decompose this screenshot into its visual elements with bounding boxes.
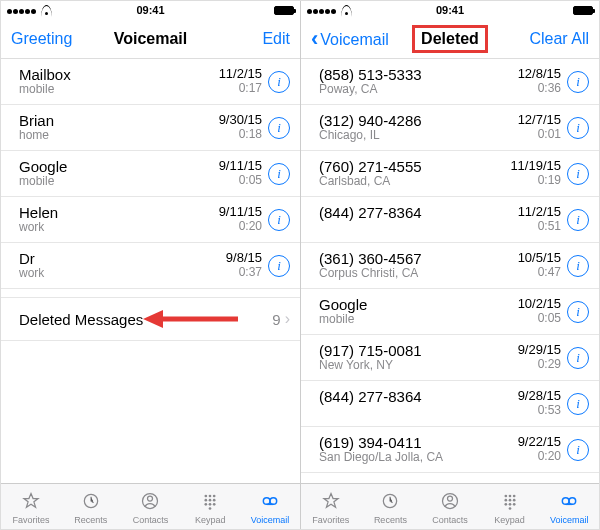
- deleted-label: Deleted Messages: [19, 311, 143, 328]
- row-name: (619) 394-0411: [319, 434, 518, 451]
- row-sub: Carlsbad, CA: [319, 175, 510, 189]
- voicemail-row[interactable]: Brian home 9/30/15 0:18 i: [1, 105, 300, 151]
- row-name: (312) 940-4286: [319, 112, 518, 129]
- svg-point-29: [512, 503, 515, 506]
- info-icon[interactable]: i: [567, 301, 589, 323]
- svg-marker-1: [143, 310, 163, 328]
- row-name: (858) 513-5333: [319, 66, 518, 83]
- row-duration: 0:53: [518, 404, 561, 418]
- tab-keypad[interactable]: Keypad: [480, 484, 540, 530]
- row-name: Google: [319, 296, 518, 313]
- info-icon[interactable]: i: [268, 209, 290, 231]
- row-sub: home: [19, 129, 219, 143]
- voicemail-row[interactable]: (844) 277-8364 9/28/15 0:53 i: [301, 381, 599, 427]
- tab-label: Keypad: [195, 515, 226, 525]
- info-icon[interactable]: i: [567, 163, 589, 185]
- tab-favorites[interactable]: Favorites: [301, 484, 361, 530]
- tab-recents[interactable]: Recents: [361, 484, 421, 530]
- tab-contacts[interactable]: Contacts: [121, 484, 181, 530]
- row-date: 9/30/15: [219, 113, 262, 128]
- info-icon[interactable]: i: [567, 439, 589, 461]
- info-icon[interactable]: i: [268, 163, 290, 185]
- info-icon[interactable]: i: [567, 347, 589, 369]
- info-icon[interactable]: i: [567, 117, 589, 139]
- row-date: 10/2/15: [518, 297, 561, 312]
- voicemail-row[interactable]: (917) 715-0081 New York, NY 9/29/15 0:29…: [301, 335, 599, 381]
- tab-contacts[interactable]: Contacts: [420, 484, 480, 530]
- row-date: 12/7/15: [518, 113, 561, 128]
- svg-point-23: [512, 494, 515, 497]
- row-date: 9/22/15: [518, 435, 561, 450]
- voicemail-row[interactable]: (361) 360-4567 Corpus Christi, CA 10/5/1…: [301, 243, 599, 289]
- row-date: 11/2/15: [518, 205, 561, 220]
- row-duration: 0:29: [518, 358, 561, 372]
- wifi-icon: [40, 5, 53, 15]
- tab-recents[interactable]: Recents: [61, 484, 121, 530]
- back-button[interactable]: Voicemail: [311, 26, 389, 52]
- row-name: (844) 277-8364: [319, 388, 518, 405]
- voicemail-icon: [259, 491, 281, 513]
- row-sub: mobile: [19, 175, 219, 189]
- row-date: 9/11/15: [219, 205, 262, 220]
- tab-favorites[interactable]: Favorites: [1, 484, 61, 530]
- deleted-messages-row[interactable]: Deleted Messages 9 ›: [1, 297, 300, 341]
- greeting-button[interactable]: Greeting: [11, 30, 72, 48]
- voicemail-row[interactable]: (844) 277-8364 11/2/15 0:51 i: [301, 197, 599, 243]
- wifi-icon: [340, 5, 353, 15]
- info-icon[interactable]: i: [268, 117, 290, 139]
- info-icon[interactable]: i: [567, 209, 589, 231]
- svg-point-25: [508, 498, 511, 501]
- info-icon[interactable]: i: [268, 71, 290, 93]
- voicemail-row[interactable]: Google mobile 10/2/15 0:05 i: [301, 289, 599, 335]
- tab-label: Favorites: [12, 515, 49, 525]
- tab-voicemail[interactable]: Voicemail: [539, 484, 599, 530]
- voicemail-row[interactable]: (858) 513-5333 Poway, CA 12/8/15 0:36 i: [301, 59, 599, 105]
- row-duration: 0:20: [518, 450, 561, 464]
- voicemail-row[interactable]: Dr work 9/8/15 0:37 i: [1, 243, 300, 289]
- svg-point-31: [563, 497, 570, 504]
- info-icon[interactable]: i: [567, 255, 589, 277]
- voicemail-row[interactable]: (619) 394-0411 San Diego/La Jolla, CA 9/…: [301, 427, 599, 473]
- voicemail-icon: [558, 491, 580, 513]
- row-name: Dr: [19, 250, 226, 267]
- row-duration: 0:20: [219, 220, 262, 234]
- tab-keypad[interactable]: Keypad: [180, 484, 240, 530]
- voicemail-row[interactable]: Mailbox mobile 11/2/15 0:17 i: [1, 59, 300, 105]
- edit-button[interactable]: Edit: [262, 30, 290, 48]
- battery-icon: [573, 6, 593, 15]
- clear-all-button[interactable]: Clear All: [529, 30, 589, 48]
- row-date: 9/29/15: [518, 343, 561, 358]
- nav-bar: Voicemail Deleted Clear All: [301, 19, 599, 59]
- voicemail-row[interactable]: (760) 271-4555 Carlsbad, CA 11/19/15 0:1…: [301, 151, 599, 197]
- row-date: 11/19/15: [510, 159, 561, 174]
- tab-label: Recents: [74, 515, 107, 525]
- clock-icon: [80, 491, 102, 513]
- info-icon[interactable]: i: [567, 393, 589, 415]
- tab-voicemail[interactable]: Voicemail: [240, 484, 300, 530]
- svg-point-30: [508, 507, 511, 510]
- voicemail-row[interactable]: Helen work 9/11/15 0:20 i: [1, 197, 300, 243]
- tab-label: Keypad: [494, 515, 525, 525]
- tab-bar: Favorites Recents Contacts Keypad Voicem…: [301, 483, 599, 530]
- row-sub: Chicago, IL: [319, 129, 518, 143]
- info-icon[interactable]: i: [567, 71, 589, 93]
- row-sub: mobile: [19, 83, 219, 97]
- signal-dots-icon: [7, 4, 37, 16]
- star-icon: [20, 491, 42, 513]
- svg-point-24: [504, 498, 507, 501]
- row-duration: 0:01: [518, 128, 561, 142]
- keypad-icon: [499, 491, 521, 513]
- svg-point-26: [512, 498, 515, 501]
- info-icon[interactable]: i: [268, 255, 290, 277]
- voicemail-row[interactable]: Google mobile 9/11/15 0:05 i: [1, 151, 300, 197]
- svg-point-12: [209, 503, 212, 506]
- svg-point-5: [205, 494, 208, 497]
- row-name: (844) 277-8364: [319, 204, 518, 221]
- voicemail-row[interactable]: (312) 940-4286 Chicago, IL 12/7/15 0:01 …: [301, 105, 599, 151]
- clock-icon: [379, 491, 401, 513]
- chevron-right-icon: ›: [285, 310, 290, 328]
- right-pane: 09:41 Voicemail Deleted Clear All (858) …: [300, 1, 599, 530]
- keypad-icon: [199, 491, 221, 513]
- svg-point-27: [504, 503, 507, 506]
- row-duration: 0:19: [510, 174, 561, 188]
